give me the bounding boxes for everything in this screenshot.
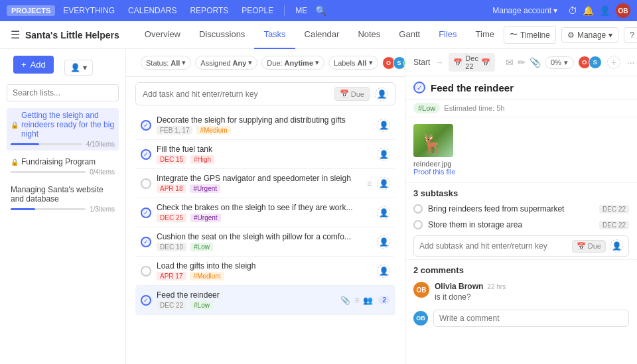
chevron-icon: ▾ — [564, 58, 568, 67]
projects-badge[interactable]: PROJECTS — [7, 5, 55, 16]
nav-me[interactable]: ME — [290, 5, 313, 17]
tab-notes[interactable]: Notes — [348, 21, 389, 49]
timeline-btn[interactable]: 〜 Timeline — [504, 26, 556, 44]
task-checkbox-6[interactable] — [141, 266, 151, 276]
email-icon[interactable]: ✉ — [506, 57, 514, 68]
list-item[interactable]: Bring reindeers feed from supermarket DE… — [405, 201, 637, 217]
status-filter[interactable]: Status: All ▾ — [141, 56, 191, 70]
task-checkbox-1[interactable] — [141, 120, 151, 131]
nav-people[interactable]: PEOPLE — [236, 5, 279, 17]
subtask-check-1[interactable] — [413, 204, 423, 213]
assign-btn[interactable]: 👤 — [375, 88, 388, 101]
labels-filter[interactable]: Labels All ▾ — [328, 56, 378, 70]
detail-task-title: Feed the reindeer — [431, 82, 629, 93]
sidebar-list-item-website[interactable]: Managing Santa's website and database 1/… — [7, 182, 119, 215]
subtask-assign-btn[interactable]: 👤 — [610, 239, 623, 253]
main-layout: + Add 👤 ▾ 🔒 Getting the sleigh and reind… — [0, 49, 637, 364]
subtask-due-btn[interactable]: 📅 Due — [572, 240, 606, 253]
task-icons-7: 📎 ≡ 👥 — [340, 296, 373, 305]
task-date-2: DEC 15 — [157, 155, 186, 164]
nav-calendars[interactable]: CALENDARS — [123, 5, 182, 17]
sidebar-list-item-sleigh[interactable]: 🔒 Getting the sleigh and reindeers ready… — [7, 108, 119, 151]
search-input[interactable] — [7, 84, 119, 101]
subtask-name-2: Store them in storage area — [428, 220, 594, 229]
tab-time[interactable]: Time — [466, 21, 504, 49]
table-row[interactable]: Check the brakes on the sleigh to see if… — [135, 198, 395, 227]
sidebar-list-item-fundraising[interactable]: 🔒 Fundraising Program 0/4items — [7, 154, 119, 178]
nav-tabs: Overview Discussions Tasks Calendar Note… — [135, 21, 504, 49]
task-checkbox-4[interactable] — [141, 208, 151, 218]
task-assign-2[interactable]: 👤 — [377, 148, 390, 161]
add-list-btn[interactable]: + Add — [13, 56, 54, 74]
task-checkbox-2[interactable] — [141, 149, 151, 160]
help-btn[interactable]: ? Help — [624, 27, 637, 43]
add-task-input[interactable] — [143, 90, 329, 99]
tag-icon[interactable]: ✏ — [518, 57, 526, 68]
comment-text: is it done? — [435, 292, 629, 302]
tab-tasks[interactable]: Tasks — [254, 21, 295, 49]
due-date-btn[interactable]: 📅 Due — [334, 87, 370, 101]
tab-files[interactable]: Files — [429, 21, 466, 49]
project-title: Santa's Little Helpers — [25, 30, 119, 40]
list-item[interactable]: Store them in storage area DEC 22 — [405, 217, 637, 233]
due-filter[interactable]: Due: Anytime ▾ — [261, 56, 324, 70]
table-row[interactable]: Decorate the sleigh for supplying and di… — [135, 111, 395, 140]
table-row[interactable]: Integrate the GPS navigator and speedome… — [135, 169, 395, 198]
table-row[interactable]: Load the gifts into the sleigh APR 17 #M… — [135, 257, 395, 286]
comment-header: Olivia Brown 22 hrs — [435, 282, 629, 291]
progress-chip[interactable]: 0% ▾ — [545, 56, 574, 69]
task-meta-7: DEC 22 #Low — [157, 301, 335, 310]
hamburger-icon[interactable]: ☰ — [11, 29, 20, 41]
tab-calendar[interactable]: Calendar — [295, 21, 349, 49]
task-content-1: Decorate the sleigh for supplying and di… — [157, 115, 372, 135]
detail-task-check[interactable] — [413, 82, 425, 93]
task-assign-6[interactable]: 👤 — [377, 265, 390, 278]
table-row[interactable]: Fill the fuel tank DEC 15 #High 👤 — [135, 140, 395, 169]
table-row[interactable]: Feed the reindeer DEC 22 #Low 📎 ≡ 👥 2 — [135, 286, 395, 315]
more-options-btn[interactable]: ··· — [627, 57, 635, 68]
bell-icon[interactable]: 🔔 — [583, 5, 594, 16]
tab-discussions[interactable]: Discussions — [190, 21, 254, 49]
task-checkbox-7[interactable] — [141, 295, 151, 306]
table-row[interactable]: Cushion the seat on the sleigh with pill… — [135, 227, 395, 257]
detail-panel: Start → 📅 Dec 22 📅 ✉ ✏ 📎 0% ▾ O S — [405, 49, 637, 364]
add-assignee-btn[interactable]: + — [607, 56, 620, 69]
nav-everything[interactable]: EVERYTHING — [58, 5, 120, 17]
subtask-name-1: Bring reindeers feed from supermarket — [428, 204, 594, 213]
second-navigation: ☰ Santa's Little Helpers Overview Discus… — [0, 21, 637, 49]
task-assign-1[interactable]: 👤 — [377, 119, 390, 132]
search-icon[interactable]: 🔍 — [315, 5, 326, 16]
add-subtask-bar: 📅 Due 👤 — [413, 235, 629, 257]
manage-account-btn[interactable]: Manage account ▾ — [492, 6, 557, 15]
sidebar-filter-btn[interactable]: 👤 ▾ — [64, 60, 93, 76]
task-assign-3[interactable]: 👤 — [377, 177, 390, 190]
subtask-check-2[interactable] — [413, 220, 423, 229]
proof-link[interactable]: Proof this file — [413, 168, 629, 176]
task-tag-6: #Medium — [190, 272, 224, 280]
task-name-7: Feed the reindeer — [157, 290, 335, 300]
sidebar-list-section-2: 🔒 Fundraising Program 0/4items — [0, 154, 125, 178]
task-checkbox-5[interactable] — [141, 237, 151, 247]
tab-gantt[interactable]: Gantt — [389, 21, 429, 49]
manage-btn[interactable]: ⚙ Manage ▾ — [561, 27, 618, 43]
nav-reports[interactable]: REPORTS — [184, 5, 234, 17]
task-date-1: FEB 1, 17 — [157, 126, 192, 135]
lock-icon-2: 🔒 — [11, 158, 19, 166]
tab-overview[interactable]: Overview — [135, 21, 190, 49]
user-avatar[interactable]: OB — [616, 3, 630, 18]
task-tag-3: #Urgent — [190, 184, 220, 193]
attach-icon-2[interactable]: 📎 — [530, 57, 541, 68]
list-title-2: Fundraising Program — [21, 157, 96, 166]
comment-time: 22 hrs — [487, 283, 506, 290]
detail-date-badge[interactable]: 📅 Dec 22 📅 — [449, 53, 495, 72]
start-label: Start — [413, 58, 430, 67]
add-subtask-input[interactable] — [419, 241, 568, 251]
task-date-3: APR 18 — [157, 184, 186, 193]
assigned-filter[interactable]: Assigned Any ▾ — [195, 56, 257, 70]
comment-input[interactable] — [433, 310, 629, 327]
task-assign-5[interactable]: 👤 — [377, 235, 390, 249]
task-checkbox-3[interactable] — [141, 178, 151, 189]
users-icon[interactable]: 👤 — [599, 5, 610, 16]
time-icon[interactable]: ⏱ — [568, 5, 577, 16]
task-assign-4[interactable]: 👤 — [377, 206, 390, 219]
